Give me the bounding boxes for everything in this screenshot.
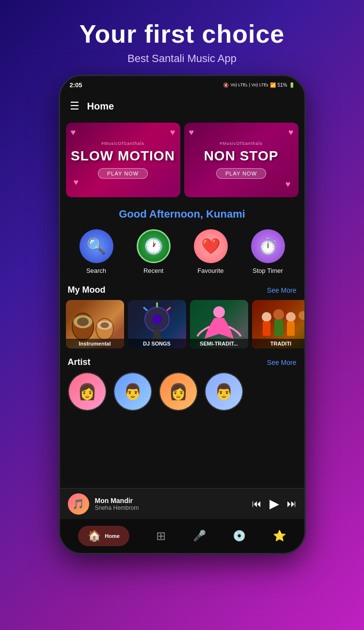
heart-icon: ♥ [285,179,291,189]
promo-title: Your first choice [79,19,285,48]
search-icon: 🔍 [79,229,113,263]
status-time: 2:05 [70,81,82,89]
play-now-button[interactable]: PLAY NOW [216,168,266,179]
nav-title: Home [87,101,114,112]
heart-icon: ♥ [189,127,194,138]
mood-label-dj: DJ SONGS [128,339,186,348]
battery-percent: 51% [277,82,287,88]
hamburger-menu[interactable]: ☰ [70,100,79,112]
mood-card-dj[interactable]: DJ SONGS [128,300,186,348]
favourite-label: Favourite [197,267,223,274]
nav-item-disc[interactable]: 💿 [233,530,246,542]
mood-card-instrumental[interactable]: Instrumental [66,300,124,348]
mic-icon: 🎤 [193,530,206,542]
star-icon: ⭐ [273,530,286,542]
svg-line-10 [143,307,147,311]
heart-icon: ♥ [170,127,175,138]
banner-slow-motion[interactable]: ♥ ♥ #MusicOfSanthals SLOW MOTION PLAY NO… [66,123,180,197]
phone-power-btn [305,144,306,173]
status-bar: 2:05 🔇 Vo) LTE₁ | Vo) LTE₂ 📶 51% 🔋 [60,76,304,94]
signal-bars: 📶 [270,82,276,88]
heart-icon: ♥ [74,177,79,188]
banner-non-stop[interactable]: ♥ ♥ #MusicOfSanthals NON STOP PLAY NOW ♥ [184,123,299,197]
nav-item-star[interactable]: ⭐ [273,530,286,542]
play-now-button[interactable]: PLAY NOW [98,168,148,179]
stop-timer-label: Stop Timer [253,267,283,274]
signal-text: Vo) LTE₁ | Vo) LTE₂ [230,82,269,87]
player-next-button[interactable]: ⏭ [287,498,297,509]
phone-shell: 2:05 🔇 Vo) LTE₁ | Vo) LTE₂ 📶 51% 🔋 ☰ Hom… [59,75,306,554]
svg-point-2 [77,317,89,326]
heart-icon: ♥ [71,127,76,138]
player-bar: 🎵 Mon Mandir Sneha Hembrom ⏮ ▶ ⏭ [60,488,304,519]
svg-point-14 [213,306,225,318]
disc-icon: 💿 [233,530,246,542]
heart-icon: ♥ [288,127,294,138]
greeting-text: Good Afternoon, Kunami [60,201,304,225]
search-label: Search [86,267,106,274]
my-mood-header: My Mood See More [60,282,304,300]
favourite-icon: ❤️ [194,229,228,263]
artist-avatar-4[interactable]: 👨 [205,372,243,411]
action-recent[interactable]: 🕐 Recent [137,229,171,274]
artist-avatar-img: 👨 [114,373,151,410]
top-nav-bar: ☰ Home [60,94,304,119]
mood-card-traditional[interactable]: TRADITI [252,300,304,348]
mood-label-trad: TRADITI [252,339,304,348]
artist-avatar-img: 👩 [69,373,106,410]
artist-avatar-img: 👩 [160,373,197,410]
mood-row: Instrumental [60,300,304,354]
player-song-title: Mon Mandir [95,497,246,504]
artist-avatar-3[interactable]: 👩 [159,372,198,411]
artist-avatar-img: 👨 [206,373,242,410]
artist-see-more[interactable]: See More [267,359,297,366]
artist-section: Artist See More 👩 👨 👩 👨 [60,354,304,416]
player-thumbnail: 🎵 [68,493,89,515]
artist-row: 👩 👨 👩 👨 [60,372,304,411]
scroll-area: ♥ ♥ #MusicOfSanthals SLOW MOTION PLAY NO… [60,119,304,522]
mute-icon: 🔇 [223,82,229,88]
mood-card-semi-trad[interactable]: SEMI-TRADIT... [190,300,248,348]
action-favourite[interactable]: ❤️ Favourite [194,229,228,274]
svg-point-5 [100,322,109,328]
svg-point-11 [153,329,161,337]
action-search[interactable]: 🔍 Search [79,229,113,274]
artist-avatar-1[interactable]: 👩 [68,372,107,411]
status-icons: 🔇 Vo) LTE₁ | Vo) LTE₂ 📶 51% 🔋 [223,82,294,88]
player-info: Mon Mandir Sneha Hembrom [95,497,246,511]
mood-label-instrumental: Instrumental [66,339,124,348]
banner-hashtag: #MusicOfSanthals [220,141,263,146]
grid-icon: ⊞ [156,529,166,543]
promo-subtitle: Best Santali Music App [79,52,285,65]
player-play-button[interactable]: ▶ [269,496,279,511]
my-mood-title: My Mood [68,285,106,295]
quick-actions: 🔍 Search 🕐 Recent ❤️ Favourite ⏱️ Stop T… [60,225,304,282]
recent-label: Recent [143,267,163,274]
recent-icon: 🕐 [137,229,171,263]
home-label: Home [105,533,120,539]
stop-timer-icon: ⏱️ [251,229,285,263]
banner-title: NON STOP [204,149,279,164]
banner-section: ♥ ♥ #MusicOfSanthals SLOW MOTION PLAY NO… [60,119,304,201]
promo-header: Your first choice Best Santali Music App [79,0,285,65]
home-icon: 🏠 [88,530,101,542]
action-stop-timer[interactable]: ⏱️ Stop Timer [251,229,285,274]
my-mood-see-more[interactable]: See More [267,286,297,294]
artist-header: Artist See More [60,354,304,372]
nav-item-mic[interactable]: 🎤 [193,530,206,542]
player-artist-name: Sneha Hembrom [95,504,246,511]
nav-item-home[interactable]: 🏠 Home [78,526,129,546]
mood-label-semi: SEMI-TRADIT... [190,339,248,348]
banner-hashtag: #MusicOfSanthals [101,141,144,146]
nav-item-grid[interactable]: ⊞ [156,529,166,543]
phone-volume-btn [59,134,60,154]
svg-line-9 [167,307,171,311]
artist-avatar-2[interactable]: 👨 [113,372,152,411]
player-controls: ⏮ ▶ ⏭ [252,496,297,511]
battery-icon: 🔋 [289,82,295,88]
banner-title: SLOW MOTION [71,149,175,164]
artist-title: Artist [68,357,91,367]
svg-point-7 [152,315,162,324]
bottom-nav: 🏠 Home ⊞ 🎤 💿 ⭐ [60,519,304,553]
player-prev-button[interactable]: ⏮ [252,498,262,509]
